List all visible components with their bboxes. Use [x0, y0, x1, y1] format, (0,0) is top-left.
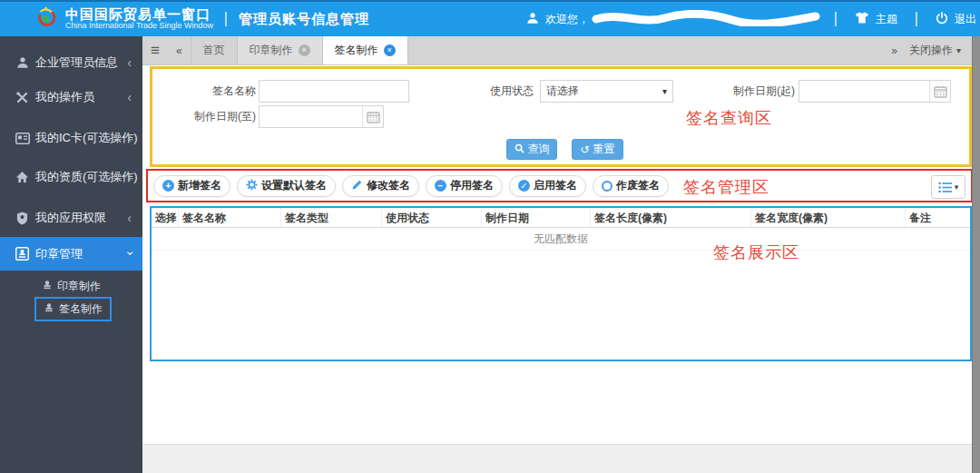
- emblem-icon: [33, 5, 59, 34]
- button-label: 启用签名: [534, 178, 577, 193]
- user-icon: [15, 56, 30, 69]
- sidebar-item-label: 我的IC卡(可选操作): [35, 130, 138, 146]
- id-card-icon: [15, 133, 30, 144]
- caret-down-icon: ▾: [956, 45, 961, 55]
- shield-icon: [15, 212, 30, 225]
- chevron-left-icon: ‹: [127, 55, 132, 70]
- sidebar-item-label: 我的应用权限: [35, 210, 106, 226]
- date-from-field: [799, 80, 951, 103]
- date-to-label: 制作日期(至): [154, 105, 256, 128]
- header-divider: [916, 12, 917, 26]
- scroll-tabs-left-icon[interactable]: «: [168, 44, 191, 57]
- sidebar-item-label: 企业管理员信息: [35, 54, 118, 71]
- home-icon: [15, 171, 30, 183]
- check-circle-icon: ✓: [518, 180, 530, 192]
- void-signature-button[interactable]: 作废签名: [593, 175, 669, 197]
- plus-circle-icon: +: [162, 180, 174, 192]
- selected-item-frame: 签名制作: [34, 297, 112, 321]
- search-button[interactable]: 查询: [506, 139, 557, 160]
- column-header-remarks: 备注: [906, 208, 970, 227]
- sidebar-item-my-qualifications[interactable]: 我的资质(可选操作) ‹: [0, 160, 142, 194]
- scroll-tabs-right-icon[interactable]: »: [883, 44, 906, 57]
- sidebar-subitem-signature-making[interactable]: 签名制作: [0, 295, 142, 323]
- theme-icon[interactable]: [855, 12, 869, 26]
- footer-band: [142, 444, 972, 473]
- signature-name-input[interactable]: [259, 80, 409, 103]
- search-button-label: 查询: [528, 142, 550, 157]
- close-tab-icon[interactable]: ×: [299, 44, 310, 56]
- button-label: 新增签名: [178, 178, 221, 193]
- close-operations-dropdown[interactable]: 关闭操作 ▾: [906, 43, 972, 58]
- table-header-row: 选择 签名名称 签名类型 使用状态 制作日期 签名长度(像素) 签名宽度(像素)…: [152, 208, 970, 228]
- tab-home[interactable]: 首页: [191, 36, 238, 64]
- sidebar-item-label: 我的资质(可选操作): [35, 169, 138, 185]
- page-title: 管理员账号信息管理: [239, 11, 369, 28]
- sidebar-item-my-ic-card[interactable]: 我的IC卡(可选操作) ‹: [0, 121, 142, 155]
- sidebar-item-my-operators[interactable]: 我的操作员 ‹: [0, 80, 142, 114]
- usage-status-select[interactable]: 请选择 ▾: [540, 80, 673, 103]
- sidebar-item-seal-management[interactable]: 印章管理 ‹: [0, 237, 142, 271]
- column-header-signature-name: 签名名称: [179, 208, 281, 227]
- add-signature-button[interactable]: + 新增签名: [153, 175, 230, 197]
- sidebar-subitem-label: 签名制作: [59, 301, 103, 317]
- chevron-left-icon: ‹: [127, 211, 132, 225]
- reset-button[interactable]: ↺ 重置: [572, 139, 623, 160]
- calendar-icon[interactable]: [929, 81, 950, 102]
- header-divider: [225, 12, 227, 26]
- sidebar-item-label: 我的操作员: [35, 89, 94, 105]
- date-from-input[interactable]: [799, 81, 928, 102]
- menu-toggle-icon[interactable]: ≡: [142, 42, 168, 60]
- manage-zone-annotation: 签名管理区: [683, 176, 769, 198]
- tab-signature-making[interactable]: 签名制作 ×: [323, 36, 408, 64]
- welcome-text: 欢迎您，: [545, 12, 589, 27]
- signature-query-zone: 签名名称 使用状态 请选择 ▾ 制作日期(起): [150, 66, 972, 167]
- stamp-icon: [42, 280, 53, 293]
- tab-bar: ≡ « 首页 印章制作 × 签名制作 × » 关闭操作 ▾: [142, 36, 972, 65]
- date-from-label: 制作日期(起): [720, 80, 795, 103]
- gear-icon: [246, 179, 258, 193]
- usage-status-label: 使用状态: [481, 80, 534, 103]
- header-divider: [835, 12, 837, 26]
- modify-signature-button[interactable]: 修改签名: [342, 175, 419, 197]
- reset-icon: ↺: [580, 143, 589, 156]
- stamp-icon: [15, 247, 30, 261]
- column-settings-button[interactable]: ▾: [931, 175, 965, 199]
- calendar-icon[interactable]: [362, 106, 383, 127]
- brand-subtitle: China International Trade Single Window: [65, 22, 213, 31]
- sidebar: 企业管理员信息 ‹ 我的操作员 ‹: [0, 36, 142, 473]
- sidebar-item-label: 印章管理: [35, 246, 83, 262]
- sidebar-item-my-app-permissions[interactable]: 我的应用权限 ‹: [0, 201, 142, 235]
- close-tab-icon[interactable]: ×: [384, 44, 396, 56]
- user-icon: [526, 12, 539, 27]
- main-area: ≡ « 首页 印章制作 × 签名制作 × » 关闭操作 ▾: [142, 36, 980, 473]
- list-icon: [938, 182, 953, 193]
- vertical-scrollbar[interactable]: [972, 36, 980, 473]
- sidebar-item-enterprise-admin-info[interactable]: 企业管理员信息 ‹: [0, 45, 142, 80]
- tab-seal-making[interactable]: 印章制作 ×: [238, 36, 323, 64]
- empty-data-message: 无匹配数据: [152, 228, 970, 251]
- column-header-usage-status: 使用状态: [382, 208, 482, 227]
- usage-status-value: 请选择: [546, 84, 579, 99]
- app-window: 中国国际贸易单一窗口 China International Trade Sin…: [0, 0, 980, 473]
- set-default-signature-button[interactable]: 设置默认签名: [237, 175, 336, 197]
- power-icon[interactable]: [936, 12, 948, 27]
- reset-button-label: 重置: [593, 142, 615, 157]
- date-to-input[interactable]: [260, 106, 361, 127]
- enable-signature-button[interactable]: ✓ 启用签名: [509, 175, 586, 197]
- button-label: 停用签名: [450, 178, 494, 193]
- tab-bar-right: » 关闭操作 ▾: [883, 36, 972, 64]
- button-label: 作废签名: [616, 178, 660, 193]
- stamp-icon: [44, 302, 54, 316]
- brand-title: 中国国际贸易单一窗口: [65, 7, 213, 23]
- disable-signature-button[interactable]: − 停用签名: [426, 175, 503, 197]
- column-header-signature-type: 签名类型: [281, 208, 382, 227]
- column-header-make-date: 制作日期: [482, 208, 591, 227]
- tab-label: 首页: [203, 43, 225, 58]
- theme-button[interactable]: 主题: [876, 12, 897, 27]
- logout-button[interactable]: 退出: [955, 12, 976, 27]
- circle-icon: [602, 181, 612, 192]
- brand-logo: 中国国际贸易单一窗口 China International Trade Sin…: [33, 5, 213, 34]
- chevron-left-icon: ‹: [127, 90, 132, 104]
- signature-display-zone: 选择 签名名称 签名类型 使用状态 制作日期 签名长度(像素) 签名宽度(像素)…: [150, 206, 972, 361]
- caret-down-icon: ▾: [955, 182, 959, 192]
